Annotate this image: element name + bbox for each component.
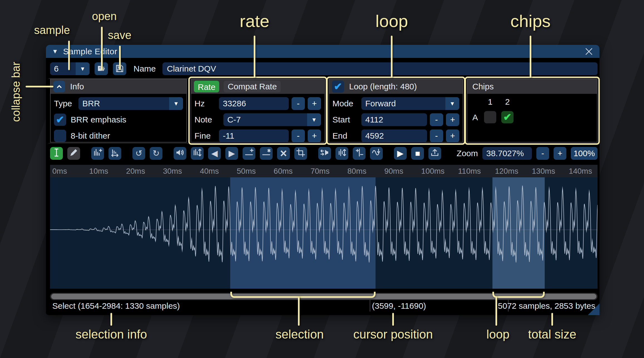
compat-rate-button[interactable]: Compat Rate — [224, 81, 281, 92]
resize-icon — [93, 148, 102, 159]
redo-button[interactable]: ↻ — [150, 147, 162, 160]
sample-select[interactable]: 6 ▼ — [50, 62, 90, 75]
titlebar[interactable]: ▼ Sample Editor — [46, 45, 599, 58]
undo-button[interactable]: ↺ — [132, 147, 145, 160]
annotation-sample: sample — [34, 24, 70, 36]
zoom-out-button[interactable]: - — [536, 147, 549, 160]
type-row: Type BRR ▼ — [54, 97, 183, 110]
note-select[interactable]: C-7 ▼ — [223, 113, 321, 126]
ruler-tick: 20ms — [126, 167, 145, 176]
window-resize-grip[interactable] — [588, 303, 599, 315]
filter-button[interactable] — [370, 147, 383, 160]
window-collapse-icon[interactable]: ▼ — [52, 48, 58, 55]
annotation-collapse-bar: collapse bar — [10, 62, 22, 122]
annotation-bracket-selection — [230, 292, 376, 298]
annotation-line-loop — [391, 36, 393, 78]
annotation-line-rate — [254, 36, 255, 78]
fine-row: Fine -11 - + — [194, 129, 321, 142]
sample-select-value: 6 — [50, 62, 59, 75]
brr-emphasis-checkbox[interactable] — [54, 114, 66, 126]
play-icon: ▶ — [397, 149, 403, 158]
undo-icon: ↺ — [135, 149, 142, 158]
ruler-tick: 140ms — [569, 167, 592, 176]
loop-end-minus-button[interactable]: - — [430, 129, 443, 142]
upload-button[interactable] — [428, 147, 441, 160]
fade-in-icon: ◀ — [211, 149, 218, 158]
play-button[interactable]: ▶ — [394, 147, 407, 160]
screenshot-stage: ▼ Sample Editor 6 ▼ — [0, 0, 644, 358]
invert-button[interactable] — [335, 147, 348, 160]
normalize-button[interactable] — [191, 147, 204, 160]
delete-button[interactable]: × — [277, 147, 290, 160]
timeline-ruler[interactable]: 0ms10ms20ms30ms40ms50ms60ms70ms80ms90ms1… — [50, 165, 598, 177]
chevron-down-icon[interactable]: ▼ — [169, 97, 183, 110]
loop-start-minus-button[interactable]: - — [430, 113, 443, 126]
insert-silence-button[interactable] — [243, 147, 255, 160]
mode-label: Mode — [332, 99, 359, 108]
annotation-selection: selection — [275, 327, 324, 341]
annotation-cursor-position: cursor position — [353, 327, 433, 341]
loop-start-input[interactable]: 4112 — [361, 113, 427, 126]
reverse-button[interactable] — [318, 147, 331, 160]
type-select[interactable]: BRR ▼ — [78, 97, 183, 110]
toolbar-group: ▶■ — [394, 147, 441, 160]
chevron-down-icon[interactable]: ▼ — [307, 113, 321, 126]
chip-checkbox-2[interactable] — [501, 111, 514, 123]
hz-plus-button[interactable]: + — [308, 97, 321, 110]
fade-in-button[interactable]: ◀ — [208, 147, 221, 160]
chips-panel-title: Chips — [472, 82, 494, 91]
fade-out-button[interactable]: ▶ — [225, 147, 238, 160]
zoom-reset-button[interactable]: 100% — [571, 147, 598, 160]
annotation-line-loop-bottom — [495, 296, 497, 326]
annotation-line-chips — [530, 36, 531, 78]
loop-mode-select[interactable]: Forward ▼ — [361, 97, 459, 110]
fine-minus-button[interactable]: - — [292, 129, 305, 142]
hz-input[interactable]: 33286 — [219, 97, 289, 110]
chevron-down-icon[interactable]: ▼ — [445, 97, 459, 110]
amplify-button[interactable] — [174, 147, 186, 160]
loop-start-plus-button[interactable]: + — [446, 113, 459, 126]
resize-button[interactable] — [91, 147, 104, 160]
chip-checkbox-1[interactable] — [484, 111, 496, 123]
fade-out-icon: ▶ — [228, 149, 235, 158]
zoom-in-button[interactable]: + — [554, 147, 566, 160]
annotation-loop: loop — [375, 11, 408, 31]
waveform-canvas[interactable] — [50, 177, 598, 289]
chips-grid: 12A — [467, 94, 597, 143]
note-label: Note — [194, 115, 221, 124]
rate-button[interactable]: Rate — [194, 81, 219, 92]
select-button[interactable] — [50, 147, 63, 160]
resample-button[interactable] — [108, 147, 121, 160]
cursor-position-text: (3599, -11690) — [372, 299, 426, 313]
sample-name-input[interactable]: Clarinet DQV — [162, 62, 598, 75]
loop-end-plus-button[interactable]: + — [446, 129, 459, 142]
hz-minus-button[interactable]: - — [292, 97, 305, 110]
divider — [49, 143, 598, 143]
loop-end-input[interactable]: 4592 — [361, 129, 427, 142]
zoom-label: Zoom — [457, 149, 478, 158]
silence-button[interactable] — [260, 147, 273, 160]
zoom-input[interactable]: 38.7027% — [482, 147, 532, 160]
dither-checkbox[interactable] — [54, 130, 66, 142]
fine-plus-button[interactable]: + — [308, 129, 321, 142]
chevron-down-icon[interactable]: ▼ — [76, 62, 90, 75]
ruler-tick: 80ms — [347, 167, 366, 176]
toolbar-buttons: ↺↻◀▶×▶■ — [50, 147, 452, 160]
trim-button[interactable] — [294, 147, 307, 160]
collapse-info-button[interactable] — [53, 81, 65, 92]
brr-emphasis-label: BRR emphasis — [71, 115, 126, 124]
signedness-button[interactable] — [353, 147, 366, 160]
delete-icon: × — [280, 148, 287, 159]
mode-row: Mode Forward ▼ — [332, 97, 459, 110]
status-divider — [370, 300, 370, 312]
stop-icon: ■ — [415, 149, 420, 158]
name-label: Name — [134, 64, 156, 73]
close-icon[interactable] — [583, 46, 594, 57]
loop-panel-header: Loop (length: 480) — [329, 79, 463, 94]
window-title: Sample Editor — [63, 47, 117, 56]
draw-button[interactable] — [67, 147, 80, 160]
insert-silence-icon — [244, 148, 254, 159]
stop-button[interactable]: ■ — [411, 147, 424, 160]
fine-input[interactable]: -11 — [219, 129, 289, 142]
loop-enable-checkbox[interactable] — [332, 80, 344, 93]
